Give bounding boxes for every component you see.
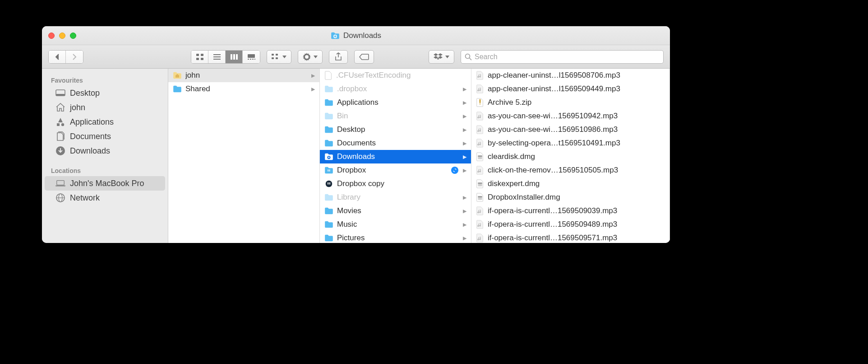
svg-rect-36 [478, 155, 482, 157]
desktop-icon [55, 88, 65, 98]
svg-rect-33 [479, 99, 481, 103]
list-item[interactable]: app-cleaner-uninst…l1569509449.mp3 [471, 82, 669, 96]
svg-rect-15 [254, 59, 255, 60]
dmg-icon [476, 193, 484, 202]
list-item[interactable]: if-opera-is-currentl…1569509039.mp3 [471, 204, 669, 218]
search-field[interactable] [461, 50, 664, 64]
view-gallery[interactable] [243, 51, 260, 63]
back-button[interactable] [49, 51, 66, 63]
folder-icon [324, 126, 333, 133]
docs-icon [55, 131, 65, 141]
toolbar [42, 45, 670, 69]
list-item-label: .dropbox [337, 84, 458, 93]
folder-icon [324, 99, 333, 106]
list-item-label: cleardisk.dmg [488, 152, 666, 161]
svg-rect-19 [276, 57, 278, 59]
audio-icon [476, 139, 484, 148]
svg-rect-38 [478, 182, 482, 184]
list-item[interactable]: Applications▶ [320, 96, 471, 109]
list-item[interactable]: .dropbox▶ [320, 82, 471, 96]
list-item[interactable]: john▶ [168, 69, 319, 82]
view-icon[interactable] [191, 51, 208, 63]
list-item-label: Archive 5.zip [488, 98, 666, 107]
list-item[interactable]: by-selecting-opera…t1569510491.mp3 [471, 136, 669, 150]
list-item[interactable]: Dropbox copy [320, 177, 471, 191]
list-item-label: Music [337, 220, 458, 229]
list-item[interactable]: click-on-the-remov…1569510505.mp3 [471, 163, 669, 177]
sidebar: Favourites Desktop john Applications Doc… [42, 69, 168, 243]
svg-rect-12 [248, 59, 249, 60]
list-item[interactable]: Music▶ [320, 218, 471, 231]
list-item[interactable]: Bin▶ [320, 109, 471, 123]
home-folder-icon [173, 72, 182, 79]
list-item[interactable]: Pictures▶ [320, 231, 471, 243]
sidebar-item-downloads[interactable]: Downloads [45, 144, 165, 158]
list-item[interactable]: cleardisk.dmg [471, 150, 669, 163]
list-item[interactable]: Downloads▶ [320, 150, 471, 163]
list-item-label: DropboxInstaller.dmg [488, 193, 666, 202]
list-item-label: Dropbox [337, 166, 448, 175]
list-item[interactable]: if-opera-is-currentl…1569509489.mp3 [471, 218, 669, 231]
svg-rect-27 [55, 186, 65, 187]
sidebar-item-desktop[interactable]: Desktop [45, 86, 165, 100]
dropbox-menu[interactable] [429, 50, 454, 64]
column-1: john▶Shared▶ [168, 69, 320, 243]
minimize-button[interactable] [59, 33, 65, 39]
list-item[interactable]: Documents▶ [320, 136, 471, 150]
sidebar-item-home[interactable]: john [45, 100, 165, 115]
chevron-right-icon: ▶ [462, 168, 467, 173]
arrange-menu[interactable] [267, 50, 291, 64]
list-item[interactable]: Archive 5.zip [471, 96, 669, 109]
audio-icon [476, 125, 484, 134]
list-item[interactable]: Desktop▶ [320, 123, 471, 136]
audio-icon [476, 206, 484, 215]
list-item[interactable]: Dropbox▶ [320, 163, 471, 177]
search-input[interactable] [475, 53, 660, 61]
list-item[interactable]: Library▶ [320, 191, 471, 204]
list-item-label: Library [337, 193, 458, 202]
chevron-right-icon: ▶ [462, 208, 467, 214]
chevron-right-icon: ▶ [462, 86, 467, 92]
sidebar-item-network[interactable]: Network [45, 191, 165, 205]
list-item[interactable]: as-you-can-see-wi…1569510942.mp3 [471, 109, 669, 123]
svg-rect-17 [276, 54, 278, 56]
view-columns[interactable] [226, 51, 243, 63]
maximize-button[interactable] [70, 33, 76, 39]
svg-rect-11 [248, 54, 255, 58]
sidebar-item-applications[interactable]: Applications [45, 115, 165, 129]
audio-icon [476, 71, 484, 80]
forward-button[interactable] [66, 51, 83, 63]
list-item[interactable]: as-you-can-see-wi…1569510986.mp3 [471, 123, 669, 136]
list-item[interactable]: .CFUserTextEncoding [320, 69, 471, 82]
sidebar-item-this-mac[interactable]: John's MacBook Pro [45, 176, 165, 191]
tags-button[interactable] [354, 50, 374, 64]
sidebar-label: Desktop [70, 89, 100, 98]
list-item[interactable]: Shared▶ [168, 82, 319, 96]
window-title: Downloads [42, 31, 670, 40]
list-item[interactable]: diskexpert.dmg [471, 177, 669, 191]
list-item-label: Pictures [337, 233, 458, 243]
titlebar[interactable]: Downloads [42, 26, 670, 45]
list-item[interactable]: app-cleaner-uninst…l1569508706.mp3 [471, 69, 669, 82]
list-item[interactable]: if-opera-is-currentl…1569509571.mp3 [471, 231, 669, 243]
nav-buttons [48, 50, 83, 64]
action-menu[interactable] [298, 50, 323, 64]
svg-rect-3 [196, 58, 199, 60]
list-item[interactable]: DropboxInstaller.dmg [471, 191, 669, 204]
folder-icon [324, 207, 333, 215]
chevron-right-icon: ▶ [462, 113, 467, 119]
sidebar-label: Network [70, 193, 100, 203]
list-item-label: Applications [337, 98, 458, 107]
list-item-label: as-you-can-see-wi…1569510942.mp3 [488, 112, 666, 121]
list-item[interactable]: Movies▶ [320, 204, 471, 218]
search-icon [465, 53, 472, 61]
chevron-right-icon: ▶ [462, 100, 467, 106]
view-list[interactable] [208, 51, 226, 63]
folder-icon [324, 140, 333, 147]
sidebar-item-documents[interactable]: Documents [45, 129, 165, 144]
svg-point-32 [326, 181, 332, 187]
list-item-label: Shared [185, 84, 307, 93]
share-button[interactable] [329, 50, 348, 64]
close-button[interactable] [48, 33, 55, 39]
list-item-label: click-on-the-remov…1569510505.mp3 [488, 166, 666, 175]
